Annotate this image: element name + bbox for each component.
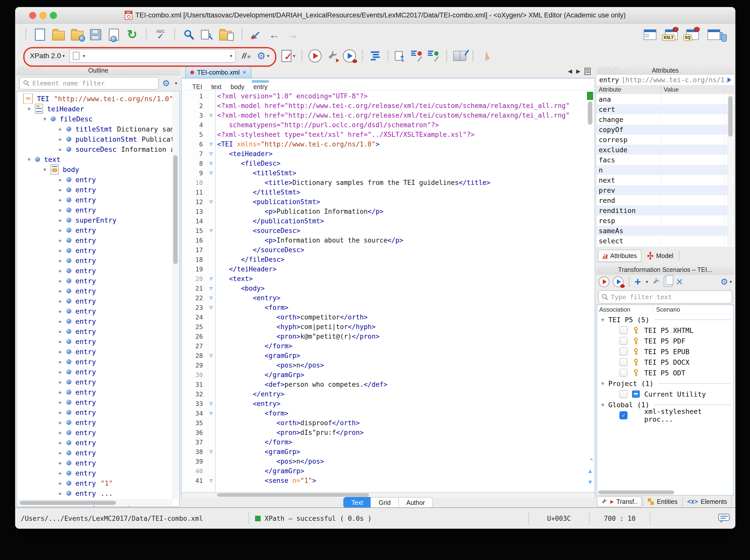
outline-tree-item[interactable]: ▶sourceDescInformation about the source (17, 144, 179, 154)
panel-button[interactable] (613, 67, 619, 74)
scenario-checkbox[interactable] (619, 337, 628, 345)
expander-icon[interactable]: ▶ (55, 278, 66, 283)
outline-tree-item[interactable]: ▶publicationStmtPublication Information (17, 134, 179, 144)
tab-elements[interactable]: <x>Elements (684, 497, 731, 507)
scrollbar-thumb[interactable] (598, 491, 674, 494)
scrollbar-thumb[interactable] (20, 501, 116, 505)
scenario-checkbox[interactable] (619, 326, 628, 334)
code-text[interactable]: </fileDesc> (217, 256, 585, 263)
save-button[interactable] (90, 28, 102, 41)
attribute-row[interactable]: resp (597, 216, 734, 226)
code-text[interactable]: <orth>disproof</orth> (217, 419, 585, 427)
expander-icon[interactable]: ▼ (23, 157, 35, 162)
back-button[interactable]: ← (268, 28, 280, 41)
new-scenario-button[interactable]: + (635, 277, 641, 287)
code-text[interactable]: <form> (217, 304, 585, 312)
fold-toggle-icon[interactable]: ▽ (205, 112, 217, 118)
scenario-checkbox[interactable] (619, 390, 628, 398)
editor-vertical-scrollbar[interactable] (588, 101, 592, 125)
code-text[interactable]: <?xml-stylesheet type="text/xsl" href=".… (217, 131, 585, 138)
code-text[interactable]: <?xml-model href="http://www.tei-c.org/r… (217, 112, 585, 119)
last-modification-button[interactable]: ↙✱ (250, 28, 262, 41)
prev-tab-icon[interactable]: ◀ (568, 68, 572, 75)
xpath-scope-button[interactable]: //★ (240, 49, 253, 62)
scenario-checkbox[interactable] (619, 347, 628, 356)
code-text[interactable]: <orth>competitor</orth> (217, 313, 585, 321)
code-text[interactable]: <sourceDesc> (217, 227, 585, 235)
attribute-row[interactable]: prev (597, 185, 734, 195)
scenario-checkbox[interactable]: ✓ (619, 411, 628, 419)
scenarios-settings-button[interactable]: ⚙ (721, 278, 728, 286)
code-text[interactable]: <p>Information about the source</p> (217, 237, 585, 244)
expander-icon[interactable]: ▶ (55, 146, 66, 152)
fold-toggle-icon[interactable]: ▽ (205, 295, 217, 301)
outline-vertical-scrollbar[interactable] (172, 92, 179, 500)
expander-icon[interactable]: ▶ (55, 268, 66, 274)
outline-tree-item[interactable]: ▶entry... (17, 488, 179, 498)
format-indent-button[interactable] (369, 49, 381, 62)
expander-icon[interactable]: ▶ (55, 359, 66, 364)
outline-tree-item[interactable]: ▶entry (17, 468, 179, 478)
expander-icon[interactable]: ▼ (597, 402, 608, 407)
attribute-row[interactable]: sameAs (597, 226, 734, 236)
panel-button[interactable] (35, 67, 41, 74)
tab-tei-combo[interactable]: TEI-combo.xml × (185, 66, 251, 78)
code-text[interactable]: <p>Publication Information</p> (217, 208, 585, 215)
expander-icon[interactable]: ▶ (55, 136, 66, 142)
code-text[interactable]: <?xml version="1.0" encoding="UTF-8"?> (217, 92, 585, 100)
expander-icon[interactable]: ▶ (55, 399, 66, 405)
code-text[interactable]: <?xml-model href="http://www.tei-c.org/r… (217, 102, 585, 109)
attribute-value[interactable] (661, 94, 725, 104)
attribute-value[interactable] (661, 145, 725, 155)
expander-icon[interactable]: ▶ (55, 288, 66, 294)
outline-tree-item[interactable]: ▶entry (17, 245, 179, 256)
expander-icon[interactable]: ▶ (55, 339, 66, 344)
outline-horizontal-scrollbar[interactable] (18, 500, 173, 506)
outline-tree-item[interactable]: ▶entry (17, 377, 179, 387)
expander-icon[interactable]: ▶ (55, 187, 66, 193)
code-text[interactable]: <hyph>com|peti|tor</hyph> (217, 323, 585, 331)
code-text[interactable]: <pos>n</pos> (217, 458, 585, 465)
close-window-button[interactable] (29, 12, 36, 19)
expander-icon[interactable]: ▶ (55, 238, 66, 243)
panel-button[interactable] (19, 67, 25, 74)
tab-list-icon[interactable] (585, 68, 591, 75)
previous-match-icon[interactable]: ▲ (587, 468, 593, 474)
scrollbar-thumb[interactable] (728, 96, 733, 137)
expander-icon[interactable]: ▶ (55, 328, 66, 334)
expander-icon[interactable]: ▶ (55, 430, 66, 435)
expander-icon[interactable]: ▶ (55, 207, 66, 213)
attribute-value[interactable] (661, 165, 725, 175)
expander-icon[interactable]: ▶ (55, 460, 66, 466)
tab-transformation[interactable]: ▶ Transf.. (597, 496, 642, 507)
expander-icon[interactable]: ▶ (55, 409, 66, 415)
outline-tree-item[interactable]: ▶entry (17, 185, 179, 195)
minimize-window-button[interactable] (39, 12, 46, 19)
expander-icon[interactable]: ▶ (55, 470, 66, 476)
mode-text-button[interactable]: Text (343, 497, 371, 508)
code-area[interactable]: 1<?xml version="1.0" encoding="UTF-8"?>2… (181, 90, 595, 493)
outline-tree-item[interactable]: ▶entry (17, 306, 179, 316)
attribute-row[interactable]: next (597, 175, 734, 185)
tab-model[interactable]: Model (643, 250, 677, 261)
fold-toggle-icon[interactable]: ▽ (205, 151, 217, 157)
xpath-mode-select[interactable]: XPath 2.0▾ (30, 52, 65, 60)
expander-icon[interactable]: ▶ (55, 227, 66, 233)
panel-button[interactable] (598, 267, 604, 273)
pin-green-button[interactable] (428, 49, 440, 62)
code-text[interactable]: <pos>n</pos> (217, 361, 585, 369)
xquery-debugger-button[interactable]: XQ (686, 28, 699, 41)
find-resources-button[interactable] (201, 28, 213, 41)
tab-entities[interactable]: Entities (644, 497, 681, 507)
scenario-item[interactable]: TEI P5 XHTML (597, 325, 733, 336)
attribute-row[interactable]: change (597, 114, 734, 124)
fold-toggle-icon[interactable]: ▽ (205, 276, 217, 282)
outline-tree-item[interactable]: ▼text (17, 154, 179, 164)
attribute-value[interactable] (661, 205, 725, 216)
code-text[interactable]: <titleStmt> (217, 169, 585, 177)
xslt-debugger-button[interactable]: XSLT (665, 28, 678, 41)
panel-button[interactable] (27, 67, 33, 74)
edit-scenario-button[interactable] (652, 278, 660, 286)
attribute-row[interactable]: facs (597, 155, 734, 165)
expander-icon[interactable]: ▼ (39, 116, 51, 122)
